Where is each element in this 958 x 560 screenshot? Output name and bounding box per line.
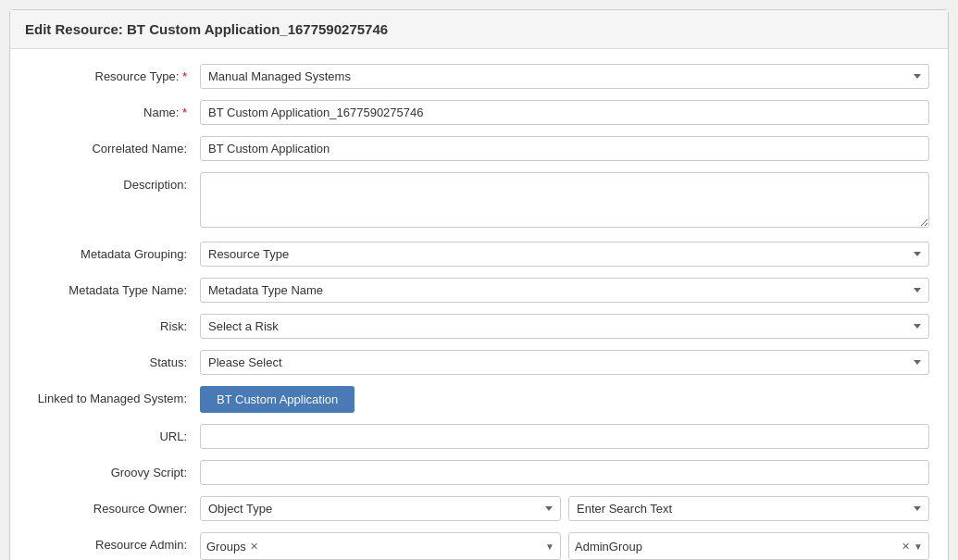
resource-admin-value-arrow: ▼ xyxy=(914,541,923,552)
linked-managed-system-row: Linked to Managed System: BT Custom Appl… xyxy=(29,386,929,413)
risk-label: Risk: xyxy=(29,314,200,333)
name-input[interactable] xyxy=(200,100,929,125)
resource-admin-tag-close[interactable]: ✕ xyxy=(250,541,258,553)
resource-admin-value: AdminGroup xyxy=(575,540,898,554)
metadata-type-name-row: Metadata Type Name: Metadata Type Name xyxy=(29,278,929,303)
name-wrap xyxy=(200,100,929,125)
metadata-type-name-label: Metadata Type Name: xyxy=(29,278,200,297)
resource-owner-search-wrap: Enter Search Text xyxy=(568,496,929,521)
metadata-grouping-label: Metadata Grouping: xyxy=(29,242,200,261)
resource-owner-row: Resource Owner: Object Type Enter Search… xyxy=(29,496,929,521)
linked-managed-system-label: Linked to Managed System: xyxy=(29,386,200,405)
name-label: Name: * xyxy=(29,100,200,119)
resource-admin-type-arrow: ▼ xyxy=(545,541,554,552)
resource-type-wrap: Manual Managed Systems xyxy=(200,64,929,89)
correlated-name-input[interactable] xyxy=(200,136,929,161)
resource-admin-type-container[interactable]: Groups ✕ ▼ xyxy=(200,532,561,560)
metadata-type-name-wrap: Metadata Type Name xyxy=(200,278,929,303)
groovy-script-label: Groovy Script: xyxy=(29,460,200,479)
resource-owner-wrap: Object Type Enter Search Text xyxy=(200,496,929,521)
edit-resource-dialog: Edit Resource: BT Custom Application_167… xyxy=(9,9,949,560)
metadata-grouping-wrap: Resource Type xyxy=(200,242,929,267)
status-label: Status: xyxy=(29,350,200,369)
resource-type-select[interactable]: Manual Managed Systems xyxy=(200,64,929,89)
groovy-script-row: Groovy Script: xyxy=(29,460,929,485)
linked-managed-system-button[interactable]: BT Custom Application xyxy=(200,386,355,413)
resource-admin-wrap: Groups ✕ ▼ AdminGroup ✕ ▼ xyxy=(200,532,929,560)
resource-admin-value-container[interactable]: AdminGroup ✕ ▼ xyxy=(568,532,929,560)
resource-type-required: * xyxy=(182,69,187,83)
url-wrap xyxy=(200,424,929,449)
risk-select[interactable]: Select a Risk xyxy=(200,314,929,339)
form-body: Resource Type: * Manual Managed Systems … xyxy=(10,49,948,560)
status-select[interactable]: Please Select xyxy=(200,350,929,375)
status-row: Status: Please Select xyxy=(29,350,929,375)
description-textarea[interactable] xyxy=(200,172,929,228)
url-input[interactable] xyxy=(200,424,929,449)
risk-row: Risk: Select a Risk xyxy=(29,314,929,339)
description-label: Description: xyxy=(29,172,200,192)
status-wrap: Please Select xyxy=(200,350,929,375)
resource-type-row: Resource Type: * Manual Managed Systems xyxy=(29,64,929,89)
url-row: URL: xyxy=(29,424,929,449)
resource-admin-value-close[interactable]: ✕ xyxy=(902,541,910,553)
metadata-grouping-select[interactable]: Resource Type xyxy=(200,242,929,267)
correlated-name-label: Correlated Name: xyxy=(29,136,200,156)
resource-admin-label: Resource Admin: xyxy=(29,532,200,552)
resource-admin-controls: Groups ✕ ▼ AdminGroup ✕ ▼ xyxy=(200,532,929,560)
description-wrap xyxy=(200,172,929,230)
page-title: Edit Resource: BT Custom Application_167… xyxy=(10,10,948,49)
correlated-name-wrap xyxy=(200,136,929,161)
resource-admin-tag: Groups xyxy=(206,540,246,554)
risk-wrap: Select a Risk xyxy=(200,314,929,339)
resource-owner-controls: Object Type Enter Search Text xyxy=(200,496,929,521)
metadata-grouping-row: Metadata Grouping: Resource Type xyxy=(29,242,929,267)
resource-admin-row: Resource Admin: Groups ✕ ▼ AdminGroup ✕ … xyxy=(29,532,929,560)
url-label: URL: xyxy=(29,424,200,443)
groovy-script-wrap xyxy=(200,460,929,485)
groovy-script-input[interactable] xyxy=(200,460,929,485)
description-row: Description: xyxy=(29,172,929,230)
linked-managed-system-wrap: BT Custom Application xyxy=(200,386,929,413)
resource-owner-type-select[interactable]: Object Type xyxy=(200,496,561,521)
resource-type-label: Resource Type: * xyxy=(29,64,200,83)
resource-owner-type-wrap: Object Type xyxy=(200,496,561,521)
correlated-name-row: Correlated Name: xyxy=(29,136,929,161)
resource-owner-search-select[interactable]: Enter Search Text xyxy=(568,496,929,521)
name-row: Name: * xyxy=(29,100,929,125)
name-required: * xyxy=(182,106,187,119)
resource-owner-label: Resource Owner: xyxy=(29,496,200,516)
metadata-type-name-select[interactable]: Metadata Type Name xyxy=(200,278,929,303)
